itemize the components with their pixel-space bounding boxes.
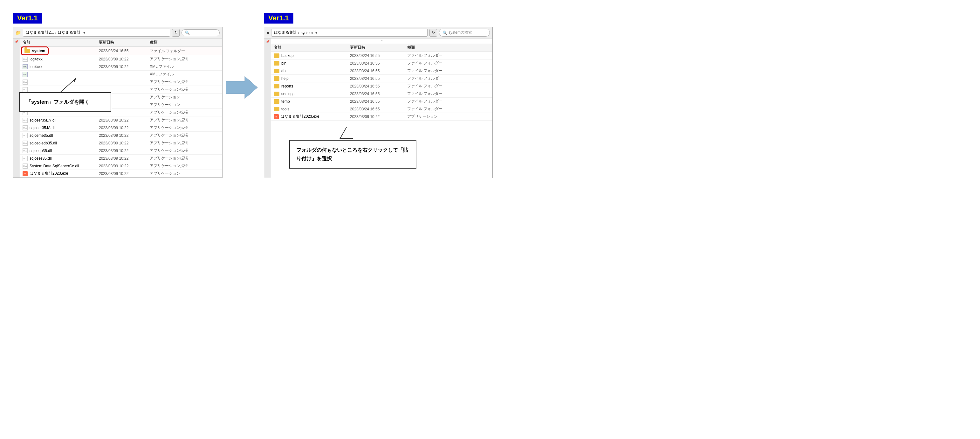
col-type-header-r[interactable]: 種類	[407, 45, 458, 50]
folder-icon-small: 📁	[16, 30, 21, 35]
file-type: アプリケーション拡張	[150, 56, 200, 62]
table-row[interactable]: ⚙ はなまる集計2023.exe 2023/03/09 10:22 アプリケーシ…	[271, 113, 492, 121]
table-row[interactable]: settings 2023/03/24 16:55 ファイル フォルダー	[271, 90, 492, 98]
dll-icon: DLL	[22, 125, 28, 131]
path-dropdown[interactable]: ▾	[83, 30, 85, 35]
file-name: db	[281, 69, 285, 73]
file-date: 2023/03/09 10:22	[99, 65, 150, 69]
callout-box-right: フォルダの何もないところを右クリックして「貼り付け」を選択	[289, 140, 417, 169]
callout-arrow-svg	[57, 77, 83, 92]
file-type: アプリケーション拡張	[150, 79, 200, 85]
file-name-cell: tools	[274, 107, 350, 111]
file-date: 2023/03/09 10:22	[99, 156, 150, 161]
table-row[interactable]: bin 2023/03/24 16:55 ファイル フォルダー	[271, 59, 492, 67]
col-type-header[interactable]: 種類	[150, 40, 200, 45]
table-row[interactable]: reports 2023/03/24 16:55 ファイル フォルダー	[271, 82, 492, 90]
file-date: 2023/03/09 10:22	[99, 164, 150, 168]
file-date: 2023/03/09 10:22	[99, 133, 150, 138]
folder-icon	[274, 99, 279, 104]
table-row[interactable]: DLLsqlceer35EN.dll 2023/03/09 10:22 アプリケ…	[20, 117, 222, 124]
right-address-bar: « はなまる集計 › system ▾ ↻ 🔍 systemの検索	[264, 27, 492, 38]
file-name-cell: temp	[274, 99, 350, 104]
table-row[interactable]: DLLsqlceqp35.dll 2023/03/09 10:22 アプリケーシ…	[20, 147, 222, 155]
file-type: アプリケーション	[407, 114, 458, 119]
right-col-header: 名前 更新日時 種類	[271, 43, 492, 52]
file-name: sqlceer35JA.dll	[30, 126, 55, 130]
table-row[interactable]: ⚙ はなまる集計2023.exe 2023/03/09 10:22 アプリケーシ…	[20, 170, 222, 177]
table-row[interactable]: DLLsqlceoledb35.dll 2023/03/09 10:22 アプリ…	[20, 139, 222, 147]
file-name-cell: DLLsqlceqp35.dll	[22, 148, 99, 153]
file-name: sqlceme35.dll	[30, 133, 53, 138]
file-name: log4cxx	[30, 57, 43, 61]
right-address-path[interactable]: はなまる集計 › system ▾	[271, 29, 428, 37]
dll-icon: DLL	[22, 156, 28, 161]
col-date-header-r[interactable]: 更新日時	[350, 45, 407, 50]
file-type: ファイル フォルダー	[407, 99, 458, 104]
file-type: XML ファイル	[150, 72, 200, 77]
table-row[interactable]: DLLsqlceer35JA.dll 2023/03/09 10:22 アプリケ…	[20, 124, 222, 132]
file-name: tools	[281, 107, 289, 111]
sidebar-pin-icon-right: 📌	[266, 40, 270, 43]
refresh-button-right[interactable]: ↻	[430, 29, 437, 37]
file-type: アプリケーション拡張	[150, 132, 200, 138]
file-name-cell: DLLSystem.Data.SqlServerCe.dll	[22, 163, 99, 169]
file-date: 2023/03/09 10:22	[99, 126, 150, 130]
file-type: ファイル フォルダー	[407, 68, 458, 73]
table-row[interactable]: DLL log4cxx 2023/03/09 10:22 アプリケーション拡張	[20, 55, 222, 63]
file-type: アプリケーション	[150, 102, 200, 107]
file-date: 2023/03/09 10:22	[99, 118, 150, 123]
file-name-cell: db	[274, 69, 350, 73]
file-name: reports	[281, 84, 293, 88]
file-name: sqlcese35.dll	[30, 156, 51, 161]
file-date: 2023/03/24 16:55	[350, 84, 407, 88]
file-name-cell: backup	[274, 53, 350, 58]
file-type: アプリケーション拡張	[150, 140, 200, 146]
search-placeholder: systemの検索	[449, 30, 472, 35]
file-name-cell: ⚙ はなまる集計2023.exe	[22, 171, 99, 176]
path-dropdown-right[interactable]: ▾	[315, 30, 317, 35]
left-version-badge: Ver1.1	[13, 13, 42, 24]
callout-text-left: 「system」フォルダを開く	[26, 99, 89, 105]
right-path2: system	[301, 30, 313, 35]
file-name-cell: settings	[274, 92, 350, 96]
folder-icon	[274, 77, 279, 81]
folder-icon	[274, 61, 279, 65]
dll-icon: DLL	[22, 57, 28, 62]
file-name: system	[32, 49, 45, 53]
col-name-header-r[interactable]: 名前	[274, 45, 350, 50]
col-name-header[interactable]: 名前	[22, 40, 99, 45]
table-row[interactable]: XML log4cxx 2023/03/09 10:22 XML ファイル	[20, 63, 222, 70]
table-row[interactable]: db 2023/03/24 16:55 ファイル フォルダー	[271, 67, 492, 75]
right-sidebar: 📌	[264, 38, 271, 178]
file-type: XML ファイル	[150, 64, 200, 69]
file-date: 2023/03/24 16:55	[350, 53, 407, 58]
folder-icon	[274, 84, 279, 88]
dll-icon: DLL	[22, 140, 28, 146]
table-row[interactable]: DLLsqlceme35.dll 2023/03/09 10:22 アプリケーシ…	[20, 132, 222, 139]
table-row[interactable]: backup 2023/03/24 16:55 ファイル フォルダー	[271, 52, 492, 59]
file-date: 2023/03/24 16:55	[99, 49, 150, 53]
file-type: アプリケーション	[150, 94, 200, 100]
table-row[interactable]: system 2023/03/24 16:55 ファイル フォルダー	[20, 47, 222, 55]
search-box[interactable]: 🔍	[181, 29, 220, 36]
file-name: settings	[281, 92, 294, 96]
file-name-cell: DLLsqlceoledb35.dll	[22, 140, 99, 146]
file-name-cell: DLLsqlceme35.dll	[22, 133, 99, 138]
file-date: 2023/03/09 10:22	[99, 57, 150, 61]
file-type: アプリケーション拡張	[150, 87, 200, 92]
file-type: アプリケーション	[150, 171, 200, 176]
path-sep2: ›	[298, 30, 299, 35]
search-box-right[interactable]: 🔍 systemの検索	[439, 29, 490, 37]
table-row[interactable]: tools 2023/03/24 16:55 ファイル フォルダー	[271, 105, 492, 113]
col-date-header[interactable]: 更新日時	[99, 40, 150, 45]
refresh-button[interactable]: ↻	[172, 29, 180, 37]
table-row[interactable]: temp 2023/03/24 16:55 ファイル フォルダー	[271, 98, 492, 105]
left-address-path[interactable]: はなまる集計2... › はなまる集計 ▾	[23, 29, 170, 37]
table-row[interactable]: DLLSystem.Data.SqlServerCe.dll 2023/03/0…	[20, 162, 222, 170]
file-date: 2023/03/24 16:55	[350, 77, 407, 81]
table-row[interactable]: DLLsqlcese35.dll 2023/03/09 10:22 アプリケーシ…	[20, 155, 222, 162]
file-date: 2023/03/24 16:55	[350, 61, 407, 65]
table-row[interactable]: help 2023/03/24 16:55 ファイル フォルダー	[271, 75, 492, 82]
file-name: temp	[281, 99, 290, 104]
file-name: System.Data.SqlServerCe.dll	[30, 164, 79, 168]
